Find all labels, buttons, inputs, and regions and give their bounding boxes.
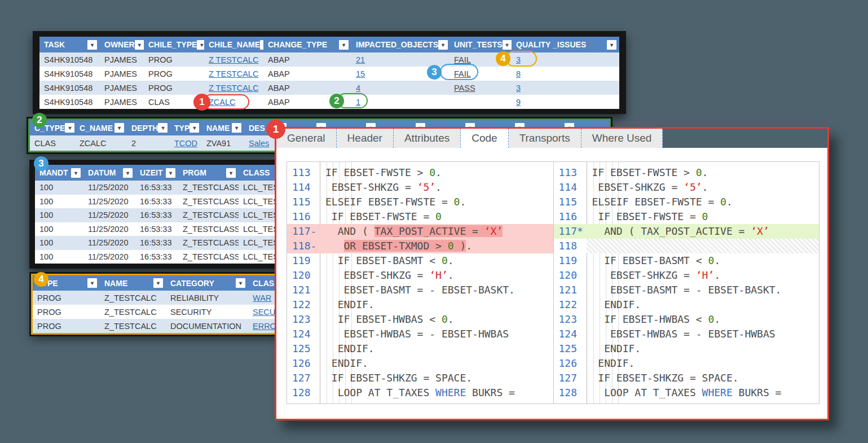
filter-dropdown-icon[interactable]: ▾ (158, 123, 168, 133)
cell-link[interactable]: 4 (351, 81, 450, 95)
table-cell: DOCUMENTATION (166, 319, 248, 333)
code-text (587, 239, 819, 253)
column-label: OWNER (104, 40, 135, 49)
annotation-ellipse-orange (506, 51, 537, 67)
table-cell: 100 (35, 208, 83, 222)
code-line: 119 IF EBSET-BASMT < 0. (287, 253, 553, 268)
filter-dropdown-icon[interactable]: ▾ (123, 168, 133, 178)
tab-attributes[interactable]: Attributes (394, 129, 461, 148)
table-cell: Z_TESTCLASS1 (178, 222, 239, 236)
filter-dropdown-icon[interactable]: ▾ (339, 40, 349, 50)
filter-dropdown-icon[interactable]: ▾ (503, 40, 512, 50)
filter-dropdown-icon[interactable]: ▾ (226, 168, 236, 178)
table-row[interactable]: S4HK910548PJAMESPROGZ TESTCALCABAP15FAIL… (39, 67, 619, 81)
table-row[interactable]: S4HK910548PJAMESPROGZ TESTCALCABAP4PASS3 (39, 81, 619, 95)
filter-dropdown-icon[interactable]: ▾ (197, 40, 204, 50)
table-cell: PROG (144, 67, 204, 81)
filter-dropdown-icon[interactable]: ▾ (87, 40, 97, 50)
table4-badge-4: 4 (34, 272, 49, 287)
code-line: 114 EBSET-SHKZG = ‘5’. (554, 180, 819, 195)
table-cell: PROG (144, 52, 204, 67)
cell-link[interactable]: 8 (512, 67, 619, 81)
column-label: CHILE_NAME (209, 40, 260, 49)
filter-dropdown-icon[interactable]: ▾ (232, 123, 241, 133)
line-number: 114 (554, 180, 587, 195)
tab-where-used[interactable]: Where Used (581, 129, 663, 148)
filter-dropdown-icon[interactable]: ▾ (607, 40, 616, 50)
filter-dropdown-icon[interactable]: ▾ (65, 123, 74, 133)
column-header: DEPTH▾ (127, 120, 170, 135)
table-cell: Z_TESTCLASS1 (178, 208, 239, 222)
tab-transports[interactable]: Transports (509, 129, 581, 148)
code-line: 127 IF EBSET-SHKZG = SPACE. (287, 371, 553, 385)
panel-body: 113IF EBSET-FWSTE > 0.114 EBSET-SHKZG = … (276, 148, 827, 419)
filter-dropdown-icon[interactable]: ▾ (166, 168, 175, 178)
table-cell: PROG (144, 81, 204, 95)
column-label: UZEIT (140, 168, 162, 177)
code-text: EBSET-SHKZG = ‘5’. (587, 180, 819, 195)
code-pane-old[interactable]: 113IF EBSET-FWSTE > 0.114 EBSET-SHKZG = … (287, 162, 553, 403)
column-label: NAME (104, 279, 127, 288)
code-text: EBSET-BASMT = - EBSET-BASKT. (587, 283, 819, 297)
cell-link[interactable]: Z TESTCALC (204, 67, 263, 81)
line-number: 116 (287, 209, 320, 224)
line-number: 120 (287, 268, 320, 283)
code-text: IF EBSET-HWBAS < 0. (320, 312, 553, 327)
tab-code[interactable]: Code (461, 129, 508, 148)
filter-dropdown-icon[interactable]: ▾ (153, 278, 163, 288)
filter-dropdown-icon[interactable]: ▾ (114, 123, 124, 133)
cell-link[interactable]: PASS (450, 81, 512, 95)
tab-general[interactable]: General (276, 129, 337, 148)
object-detail-panel: GeneralHeaderAttributesCodeTransportsWhe… (275, 127, 829, 420)
cell-link[interactable]: TCOD (170, 135, 202, 151)
code-text: ENDIF. (320, 341, 553, 356)
cell-link[interactable]: Z TESTCALC (204, 52, 263, 67)
tab-header[interactable]: Header (337, 129, 394, 148)
code-text: ENDIF. (587, 356, 819, 371)
filter-dropdown-icon[interactable]: ▾ (438, 40, 448, 50)
cell-link[interactable]: Z TESTCALC (204, 81, 263, 95)
line-number: 121 (287, 283, 320, 297)
table-cell: ZVA91 (202, 135, 244, 151)
line-number: 117* (554, 224, 587, 239)
code-line: 123 IF EBSET-HWBAS < 0. (287, 312, 553, 327)
cell-link[interactable]: 3 (512, 81, 619, 95)
line-number: 124 (287, 327, 320, 341)
code-text: IF EBSET-SHKZG = SPACE. (587, 371, 819, 385)
code-text: IF EBSET-FWSTE > 0. (320, 165, 553, 180)
filter-dropdown-icon[interactable]: ▾ (71, 168, 81, 178)
filter-dropdown-icon[interactable]: ▾ (190, 123, 199, 133)
code-text: ENDIF. (587, 297, 819, 312)
annotation-badge-2: 2 (329, 94, 344, 108)
code-line: 116 IF EBSET-FWSTE = 0 (554, 209, 819, 224)
table3-badge-3: 3 (34, 156, 49, 171)
code-text: ELSEIF EBSET-FWSTE = 0. (587, 195, 819, 209)
column-label: DES (249, 124, 265, 133)
line-number: 117- (287, 224, 320, 239)
filter-dropdown-icon[interactable]: ▾ (87, 278, 97, 288)
code-line: 116 IF EBSET-FWSTE = 0 (287, 209, 553, 224)
code-line: 117- AND ( TAX_POST_ACTIVE = ‘X’ (287, 224, 553, 239)
column-header: CHANGE_TYPE▾ (263, 37, 351, 52)
code-text: EBSET-HWBAS = - EBSET-HWBAS (320, 327, 553, 341)
panel-tab-bar: GeneralHeaderAttributesCodeTransportsWhe… (276, 129, 827, 148)
table-cell: S4HK910548 (39, 67, 100, 81)
line-number: 128 (287, 385, 320, 400)
column-label: CHILE_TYPE (148, 40, 197, 49)
table-cell: 100 (35, 195, 83, 209)
code-line: 119 IF EBSET-BASMT < 0. (554, 253, 819, 268)
cell-link[interactable]: 9 (512, 95, 619, 109)
code-line: 123 IF EBSET-HWBAS < 0. (554, 312, 819, 327)
filter-dropdown-icon[interactable]: ▾ (135, 40, 144, 50)
table-cell: PROG (33, 305, 100, 319)
panel-badge-1: 1 (266, 120, 285, 139)
column-header: IMPACTED_OBJECTS▾ (351, 37, 450, 52)
code-pane-new[interactable]: 113IF EBSET-FWSTE > 0.114 EBSET-SHKZG = … (553, 162, 819, 403)
table-cell: Z_TESTCLASS1 (178, 181, 239, 195)
table-cell: 16:53:33 (135, 222, 178, 236)
table-cell: 16:53:33 (135, 236, 178, 250)
code-text: ELSEIF EBSET-FWSTE = 0. (320, 195, 553, 209)
line-number: 123 (287, 312, 320, 327)
column-header: OWNER▾ (100, 37, 144, 52)
filter-dropdown-icon[interactable]: ▾ (236, 278, 245, 288)
